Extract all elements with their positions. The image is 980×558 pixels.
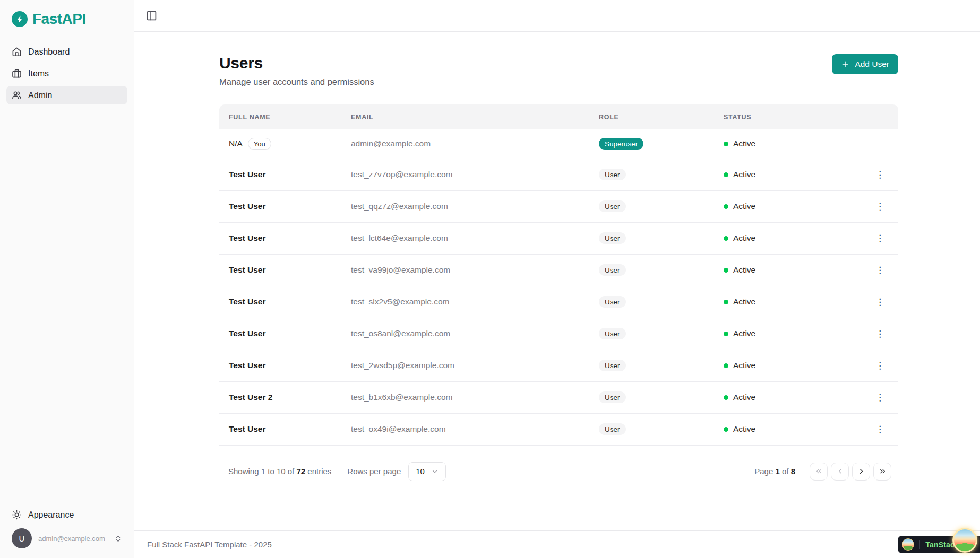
status-label: Active (733, 329, 755, 338)
table-row: N/A You admin@example.com Superuser Acti… (219, 129, 898, 159)
rows-per-page-value: 10 (416, 467, 425, 476)
user-full-name: Test User (229, 297, 266, 307)
sidebar-item-admin[interactable]: Admin (6, 86, 127, 104)
user-full-name: Test User (229, 361, 266, 370)
row-menu-button[interactable]: ⋮ (871, 263, 889, 278)
appearance-label: Appearance (28, 510, 74, 520)
chevrons-right-icon (879, 467, 887, 475)
chevrons-up-down-icon (114, 535, 122, 543)
row-menu-button[interactable]: ⋮ (871, 326, 889, 342)
users-table-card: FULL NAME EMAIL ROLE STATUS N/A You (219, 104, 898, 494)
user-email-label: admin@example.com (38, 535, 108, 543)
fastapi-logo-icon (12, 11, 28, 27)
sidebar-item-label: Dashboard (28, 47, 70, 57)
row-menu-button[interactable]: ⋮ (871, 167, 889, 182)
sidebar-item-dashboard[interactable]: Dashboard (6, 42, 127, 61)
next-page-button[interactable] (852, 463, 870, 481)
topbar (134, 0, 980, 32)
role-badge: User (599, 296, 626, 308)
add-user-label: Add User (855, 59, 889, 69)
user-email-cell: test_os8anl@example.com (341, 318, 589, 350)
app-logo[interactable]: FastAPI (6, 11, 127, 28)
page-info-text: Page 1 of 8 (754, 467, 795, 476)
user-full-name: N/A (229, 139, 243, 149)
plus-icon (841, 60, 849, 68)
row-menu-button[interactable]: ⋮ (871, 199, 889, 214)
user-email-cell: test_z7v7op@example.com (341, 159, 589, 190)
you-badge: You (248, 138, 271, 150)
table-row: Test User test_slx2v5@example.com User A… (219, 286, 898, 318)
add-user-button[interactable]: Add User (832, 54, 898, 74)
tanstack-devtools-toggle[interactable] (952, 528, 977, 553)
status-dot (724, 204, 728, 209)
role-badge: User (599, 232, 626, 244)
pagination-bar: Showing 1 to 10 of 72 entries Rows per p… (219, 462, 898, 494)
users-icon (12, 90, 22, 100)
sidebar-item-items[interactable]: Items (6, 64, 127, 83)
role-badge: User (599, 264, 626, 276)
rows-per-page-label: Rows per page (347, 467, 401, 476)
sidebar-spacer (6, 104, 127, 505)
row-menu-button[interactable]: ⋮ (871, 231, 889, 246)
users-table-header: FULL NAME EMAIL ROLE STATUS (219, 104, 898, 129)
user-email-cell: test_lct64e@example.com (341, 222, 589, 254)
status-label: Active (733, 233, 755, 243)
row-menu-button[interactable]: ⋮ (871, 422, 889, 437)
column-header-email: EMAIL (341, 104, 589, 129)
sidebar-item-label: Admin (28, 91, 52, 100)
column-header-role: ROLE (589, 104, 714, 129)
status-label: Active (733, 393, 755, 402)
avatar: U (12, 528, 32, 548)
showing-entries-text: Showing 1 to 10 of 72 entries (228, 467, 331, 476)
status-label: Active (733, 424, 755, 434)
divider (919, 540, 920, 549)
role-badge: User (599, 423, 626, 435)
table-row: Test User test_os8anl@example.com User A… (219, 318, 898, 350)
table-row: Test User 2 test_b1x6xb@example.com User… (219, 381, 898, 413)
total-entries: 72 (296, 467, 305, 476)
status-dot (724, 300, 728, 304)
users-table: FULL NAME EMAIL ROLE STATUS N/A You (219, 104, 898, 446)
role-badge: User (599, 391, 626, 403)
chevrons-left-icon (815, 467, 823, 475)
status-dot (724, 172, 728, 177)
row-menu-button[interactable]: ⋮ (871, 358, 889, 373)
home-icon (12, 47, 22, 57)
status-dot (724, 395, 728, 400)
user-full-name: Test User (229, 265, 266, 275)
row-menu-button[interactable]: ⋮ (871, 390, 889, 405)
prev-page-button[interactable] (831, 463, 849, 481)
page-header: Users Manage user accounts and permissio… (219, 54, 898, 87)
chevron-right-icon (857, 467, 865, 475)
user-full-name: Test User (229, 233, 266, 243)
table-row: Test User test_2wsd5p@example.com User A… (219, 350, 898, 381)
status-dot (724, 427, 728, 432)
user-full-name: Test User (229, 202, 266, 211)
user-menu[interactable]: U admin@example.com (6, 524, 127, 551)
table-row: Test User test_lct64e@example.com User A… (219, 222, 898, 254)
rows-per-page-select[interactable]: 10 (408, 462, 446, 481)
status-label: Active (733, 139, 755, 149)
role-badge: User (599, 360, 626, 371)
table-row: Test User test_ox49i@example.com User Ac… (219, 413, 898, 445)
page-subtitle: Manage user accounts and permissions (219, 77, 374, 87)
current-page: 1 (775, 467, 779, 476)
user-email-cell: test_slx2v5@example.com (341, 286, 589, 318)
user-full-name: Test User (229, 170, 266, 179)
first-page-button[interactable] (810, 463, 828, 481)
last-page-button[interactable] (873, 463, 891, 481)
role-badge: User (599, 200, 626, 212)
appearance-toggle[interactable]: Appearance (6, 505, 127, 524)
row-menu-button[interactable]: ⋮ (871, 294, 889, 310)
user-full-name: Test User 2 (229, 393, 272, 402)
user-email-cell: test_2wsd5p@example.com (341, 350, 589, 381)
panel-left-icon (146, 10, 157, 21)
sidebar-toggle-button[interactable] (144, 8, 159, 23)
sidebar: FastAPI Dashboard Items Admin Appearance (0, 0, 134, 558)
app-logo-text: FastAPI (32, 11, 86, 28)
status-dot (724, 363, 728, 368)
page-content: Users Manage user accounts and permissio… (134, 32, 980, 530)
user-email-cell: test_va99jo@example.com (341, 254, 589, 286)
user-email-cell: admin@example.com (341, 129, 589, 159)
status-dot (724, 142, 728, 146)
